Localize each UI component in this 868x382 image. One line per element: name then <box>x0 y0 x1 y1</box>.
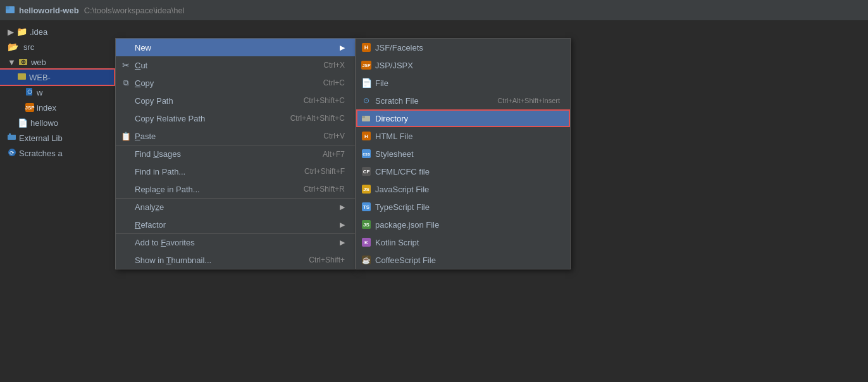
menu-item-paste[interactable]: 📋 Paste Ctrl+V <box>116 127 355 145</box>
project-path: C:\tools\workspace\idea\hel <box>84 6 185 15</box>
submenu-item-directory[interactable]: Directory <box>356 109 570 127</box>
refactor-arrow: ▶ <box>340 221 345 229</box>
tree-item-src[interactable]: 📂 src <box>0 39 114 54</box>
tree-label: src <box>23 42 34 52</box>
context-menu: New ▶ ✂ Cut Ctrl+X ⧉ Copy Ctrl+C Copy Pa… <box>115 38 356 269</box>
submenu-label-html: HTML File <box>375 132 412 141</box>
submenu-label-directory: Directory <box>375 114 408 123</box>
project-name: helloworld-web <box>19 6 79 15</box>
shortcut-cut: Ctrl+X <box>323 61 345 70</box>
submenu-label-kt: Kotlin Script <box>375 238 419 247</box>
menu-item-cut[interactable]: ✂ Cut Ctrl+X <box>116 56 355 74</box>
shortcut-show: Ctrl+Shift+ <box>309 256 345 264</box>
svg-rect-14 <box>362 116 365 118</box>
submenu-item-css[interactable]: css Stylesheet <box>356 145 570 163</box>
shortcut-copy-rel: Ctrl+Alt+Shift+C <box>290 114 345 123</box>
shortcut-replace: Ctrl+Shift+R <box>304 185 345 194</box>
submenu-item-html[interactable]: H HTML File <box>356 127 570 145</box>
file-new-icon: 📄 <box>361 78 371 88</box>
coffee-icon: ☕ <box>361 255 371 265</box>
replace-icon <box>121 184 131 194</box>
shortcut-copy-path: Ctrl+Shift+C <box>304 96 345 105</box>
jsp-icon: JSP <box>25 103 34 112</box>
menu-item-copy[interactable]: ⧉ Copy Ctrl+C <box>116 74 355 92</box>
pkg-icon: JS <box>361 219 371 230</box>
favorites-icon <box>121 238 131 248</box>
extlib-icon <box>8 133 16 143</box>
favorites-arrow: ▶ <box>340 238 345 247</box>
submenu-item-cfml[interactable]: CF CFML/CFC file <box>356 163 570 180</box>
web-inner-folder-icon <box>18 72 27 83</box>
submenu-item-js[interactable]: JS JavaScript File <box>356 180 570 198</box>
expand-icon: ▶ <box>8 27 14 37</box>
refactor-icon <box>121 219 131 230</box>
submenu-label-jsp: JSP/JSPX <box>375 61 413 70</box>
cut-icon: ✂ <box>121 60 131 70</box>
submenu-item-jsp[interactable]: JSP JSP/JSPX <box>356 56 570 74</box>
kt-icon: K <box>361 237 371 247</box>
paste-icon: 📋 <box>121 131 131 141</box>
menu-item-copy-rel[interactable]: Copy Relative Path Ctrl+Alt+Shift+C <box>116 109 355 127</box>
submenu-label-pkg: package.json File <box>375 220 439 230</box>
tree-label: w <box>37 88 42 97</box>
menu-item-replace-in-path[interactable]: Replace in Path... Ctrl+Shift+R <box>116 180 355 198</box>
menu-label-refactor: Refactor <box>135 220 166 230</box>
menu-item-new[interactable]: New ▶ <box>116 39 355 56</box>
menu-item-analyze[interactable]: Analyze ▶ <box>116 198 355 216</box>
submenu-item-ts[interactable]: TS TypeScript File <box>356 198 570 216</box>
shortcut-copy: Ctrl+C <box>323 78 345 87</box>
shortcut-find-in-path: Ctrl+Shift+F <box>304 167 345 176</box>
web-folder-icon <box>18 57 28 67</box>
tree-item-idea[interactable]: ▶ 📁 .idea <box>0 24 114 39</box>
js-icon: JS <box>361 184 371 194</box>
tree-label: WEB- <box>29 73 51 82</box>
copy-rel-icon <box>121 113 131 123</box>
file-web-icon <box>25 87 34 98</box>
tree-item-scratches[interactable]: ⟳ Scratches a <box>0 145 114 161</box>
tree-item-web-inner[interactable]: WEB- <box>0 70 114 85</box>
tree-item-hellowo[interactable]: 📄 hellowo <box>0 115 114 130</box>
project-icon <box>5 4 15 16</box>
menu-label-copy: Copy <box>135 78 154 88</box>
menu-item-add-favorites[interactable]: Add to Favorites ▶ <box>116 233 355 251</box>
tree-item-w-file[interactable]: w <box>0 85 114 100</box>
submenu-item-scratch[interactable]: ⊙ Scratch File Ctrl+Alt+Shift+Insert <box>356 92 570 109</box>
tree-item-index[interactable]: JSP index <box>0 100 114 115</box>
menu-item-find-in-path[interactable]: Find in Path... Ctrl+Shift+F <box>116 163 355 180</box>
jsf-icon: H <box>361 42 371 52</box>
scratch-icon: ⟳ <box>8 148 16 159</box>
show-icon <box>121 255 131 265</box>
copy-path-icon <box>121 96 131 106</box>
ts-icon: TS <box>361 202 371 212</box>
file-icon: 📄 <box>18 118 28 128</box>
submenu-item-jsf[interactable]: H JSF/Facelets <box>356 39 570 56</box>
menu-label-new: New <box>135 43 151 52</box>
tree-item-extlibs[interactable]: External Lib <box>0 130 114 145</box>
submenu-label-file: File <box>375 78 388 88</box>
menu-label-favorites: Add to Favorites <box>135 238 195 247</box>
shortcut-scratch: Ctrl+Alt+Shift+Insert <box>497 97 560 104</box>
analyze-arrow: ▶ <box>340 203 345 211</box>
folder-blue-icon: 📂 <box>8 42 18 52</box>
folder-icon: 📁 <box>16 27 27 37</box>
menu-item-copy-path[interactable]: Copy Path Ctrl+Shift+C <box>116 92 355 109</box>
submenu-item-coffee[interactable]: ☕ CoffeeScript File <box>356 251 570 269</box>
css-icon: css <box>361 149 371 159</box>
submenu-item-pkg[interactable]: JS package.json File <box>356 216 570 233</box>
submenu-item-kt[interactable]: K Kotlin Script <box>356 233 570 251</box>
submenu-label-js: JavaScript File <box>375 185 429 194</box>
find-usages-icon <box>121 149 131 159</box>
tree-label: web <box>31 58 46 67</box>
svg-rect-10 <box>9 133 11 135</box>
submenu-item-file[interactable]: 📄 File <box>356 74 570 92</box>
menu-item-refactor[interactable]: Refactor ▶ <box>116 216 355 233</box>
shortcut-find-usages: Alt+F7 <box>323 150 345 159</box>
submenu-label-coffee: CoffeeScript File <box>375 256 436 265</box>
tree-item-web[interactable]: ▼ web <box>0 54 114 70</box>
copy-icon: ⧉ <box>121 78 131 88</box>
menu-item-find-usages[interactable]: Find Usages Alt+F7 <box>116 145 355 163</box>
menu-label-replace: Replace in Path... <box>135 185 200 194</box>
find-in-path-icon <box>121 166 131 176</box>
scratch-file-icon: ⊙ <box>361 96 371 106</box>
menu-item-show-thumbnail[interactable]: Show in Thumbnail... Ctrl+Shift+ <box>116 251 355 269</box>
